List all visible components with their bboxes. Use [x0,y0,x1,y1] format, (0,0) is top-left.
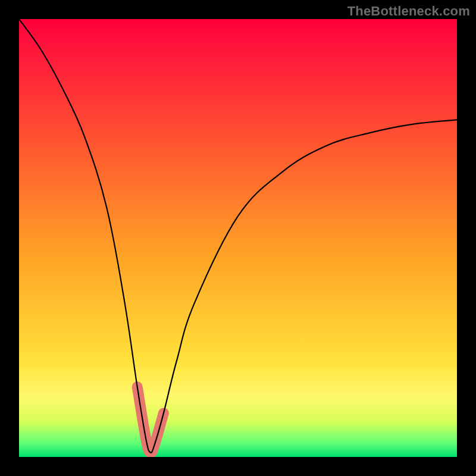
optimal-zone-marker [137,387,164,453]
chart-frame: TheBottleneck.com [0,0,476,476]
bottleneck-curve-svg [19,19,457,457]
bottleneck-curve [19,19,457,453]
watermark-text: TheBottleneck.com [347,4,470,19]
chart-plot-area [19,19,457,457]
